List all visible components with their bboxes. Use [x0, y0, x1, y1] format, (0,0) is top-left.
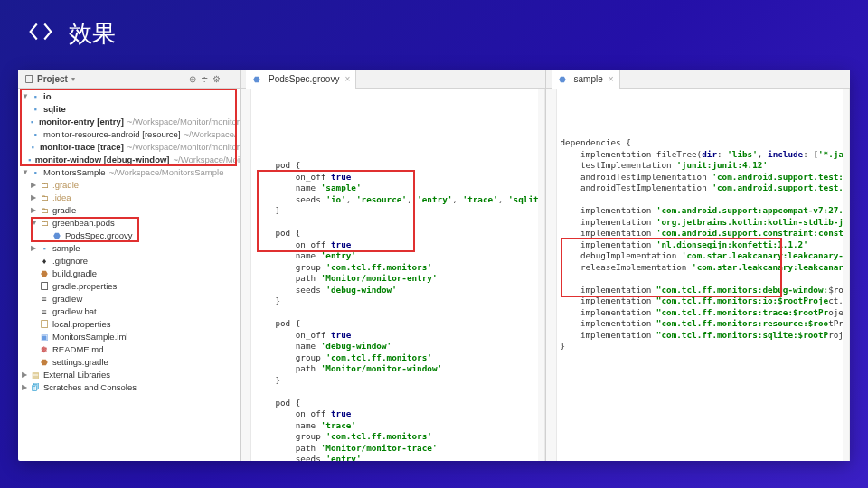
tree-row[interactable]: ▪monitor-window [debug-window]~/Workspac…	[18, 154, 240, 166]
code-line	[255, 149, 545, 161]
tree-row[interactable]: ▣MonitorsSample.iml	[18, 331, 240, 343]
tab-label: PodsSpec.groovy	[269, 74, 339, 84]
tree-row[interactable]: ▶▪sample	[18, 242, 240, 255]
code-line: path 'Monitor/monitor-trace'	[255, 443, 545, 455]
expand-icon[interactable]: ▶	[31, 192, 38, 204]
code-line: name 'debug-window'	[255, 341, 545, 352]
tabbar-mid: ⬣ PodsSpec.groovy ×	[241, 70, 545, 89]
code-line: implementation "com.tcl.ff.monitors:io:$…	[561, 296, 851, 307]
folder-icon: 🗀	[39, 180, 50, 191]
file-icon: ⬣	[39, 357, 50, 368]
sort-icon[interactable]: ≑	[201, 74, 208, 84]
markdown-icon: ❅	[39, 344, 50, 355]
code-line	[561, 194, 851, 206]
tree-row[interactable]: ▶🗀.idea	[18, 192, 240, 204]
tabbar-right: ⬣ sample ×	[546, 70, 851, 89]
scratch-icon: 🗐	[30, 382, 41, 393]
tab-podsspec[interactable]: ⬣ PodsSpec.groovy ×	[246, 70, 356, 89]
tree-label: greenbean.pods	[52, 217, 115, 230]
tree-row[interactable]: ▶▤External Libraries	[18, 369, 240, 381]
file-icon: ♦	[39, 256, 50, 267]
tree-row[interactable]: ≡gradlew.bat	[18, 305, 240, 318]
code-line	[255, 217, 545, 229]
tree-row[interactable]: ⬣settings.gradle	[18, 356, 240, 369]
expand-icon[interactable]: ▶	[31, 242, 38, 255]
tree-label: monitor-trace [trace]	[40, 141, 124, 154]
expand-icon[interactable]: ▶	[31, 204, 38, 217]
minimize-icon[interactable]: —	[225, 74, 234, 84]
code-line: testImplementation 'junit:junit:4.12'	[561, 160, 851, 172]
tree-row[interactable]: ▼▪MonitorsSample~/Workspace/MonitorsSamp…	[18, 166, 240, 179]
tree-label: sample	[52, 242, 80, 255]
module-icon: ▪	[30, 104, 41, 115]
tree-label: gradlew	[52, 293, 82, 305]
target-icon[interactable]: ⊕	[189, 74, 196, 84]
code-line: androidTestImplementation 'com.android.s…	[561, 183, 851, 194]
code-editor-mid[interactable]: pod { on_off true name 'sample' seeds 'i…	[241, 89, 545, 461]
project-panel: 🞎 Project ▾ ⊕ ≑ ⚙ — ▼▪io▪sqlite▪monitor-…	[18, 70, 241, 461]
tree-row[interactable]: ⬣build.gradle	[18, 267, 240, 280]
tree-row[interactable]: ▪sqlite	[18, 103, 240, 116]
file-icon: ▣	[39, 332, 50, 343]
tree-label: monitor-entry [entry]	[39, 116, 124, 128]
expand-icon[interactable]: ▶	[22, 369, 29, 381]
code-line: implementation 'com.android.support.cons…	[561, 228, 851, 239]
tree-label: gradle.properties	[52, 280, 117, 293]
code-editor-right[interactable]: dependencies { implementation fileTree(d…	[546, 89, 851, 461]
code-line: implementation "com.tcl.ff.monitors:debu…	[561, 285, 851, 296]
code-line: group 'com.tcl.ff.monitors'	[255, 262, 545, 274]
code-line: on_off true	[255, 172, 545, 183]
file-icon: ≡	[39, 294, 50, 305]
tree-row[interactable]: ▪monitor-resource-android [resource]~/Wo…	[18, 128, 240, 141]
tree-row[interactable]: 🞎gradle.properties	[18, 280, 240, 293]
tree-row[interactable]: ▼▪io	[18, 90, 240, 103]
gear-icon[interactable]: ⚙	[212, 74, 221, 84]
tab-sample[interactable]: ⬣ sample ×	[552, 70, 620, 89]
code-line: releaseImplementation 'com.star.leakcana…	[561, 262, 851, 274]
tree-row[interactable]: ▶🗀.gradle	[18, 179, 240, 192]
tree-row[interactable]: ❅README.md	[18, 343, 240, 356]
expand-icon[interactable]: ▼	[22, 90, 29, 103]
tree-row[interactable]: ▶🗐Scratches and Consoles	[18, 381, 240, 394]
close-icon[interactable]: ×	[609, 74, 614, 84]
tree-row[interactable]: ▼🗀greenbean.pods	[18, 217, 240, 230]
code-line: seeds 'entry'	[255, 454, 545, 461]
project-tree[interactable]: ▼▪io▪sqlite▪monitor-entry [entry]~/Works…	[18, 89, 240, 461]
code-line: implementation "com.tcl.ff.monitors:sqli…	[561, 330, 851, 342]
tree-row[interactable]: ▪monitor-entry [entry]~/Workspace/Monito…	[18, 116, 240, 128]
dropdown-icon: ▾	[71, 75, 75, 83]
tree-row[interactable]: ⬣PodsSpec.groovy	[18, 230, 240, 242]
tree-label: PodsSpec.groovy	[65, 230, 132, 242]
tree-row[interactable]: 🞎local.properties	[18, 318, 240, 331]
tree-label: build.gradle	[52, 267, 97, 280]
code-line: pod {	[255, 228, 545, 239]
code-line: path 'Monitor/monitor-entry'	[255, 273, 545, 285]
code-line: dependencies {	[561, 137, 851, 149]
project-panel-header[interactable]: 🞎 Project ▾ ⊕ ≑ ⚙ —	[18, 70, 240, 89]
tree-label: .idea	[52, 192, 71, 204]
gradle-icon: ⬣	[557, 74, 568, 85]
expand-icon[interactable]: ▼	[31, 217, 38, 230]
tree-label: local.properties	[52, 318, 110, 331]
tree-path: ~/Workspace/	[184, 128, 237, 141]
tree-row[interactable]: ≡gradlew	[18, 293, 240, 305]
code-line: androidTestImplementation 'com.android.s…	[561, 172, 851, 183]
folder-icon: 🗀	[39, 192, 50, 203]
code-icon	[25, 16, 56, 51]
tree-row[interactable]: ♦.gitignore	[18, 255, 240, 267]
folder-icon: 🗀	[39, 205, 50, 216]
expand-icon[interactable]: ▶	[22, 381, 29, 394]
code-line: implementation "com.tcl.ff.monitors:trac…	[561, 307, 851, 319]
tree-row[interactable]: ▪monitor-trace [trace]~/Workspace/Monito…	[18, 141, 240, 154]
code-line: seeds 'io', 'resource', 'entry', 'trace'…	[255, 194, 545, 206]
code-line: seeds 'debug-window'	[255, 285, 545, 296]
tree-label: gradle	[52, 204, 76, 217]
tree-row[interactable]: ▶🗀gradle	[18, 204, 240, 217]
close-icon[interactable]: ×	[344, 74, 350, 84]
expand-icon[interactable]: ▼	[22, 166, 29, 179]
code-line: implementation 'com.android.support:appc…	[561, 205, 851, 217]
expand-icon[interactable]: ▶	[31, 179, 38, 192]
code-line	[255, 307, 545, 319]
module-icon: ▪	[28, 142, 37, 153]
tree-label: gradlew.bat	[52, 305, 97, 318]
